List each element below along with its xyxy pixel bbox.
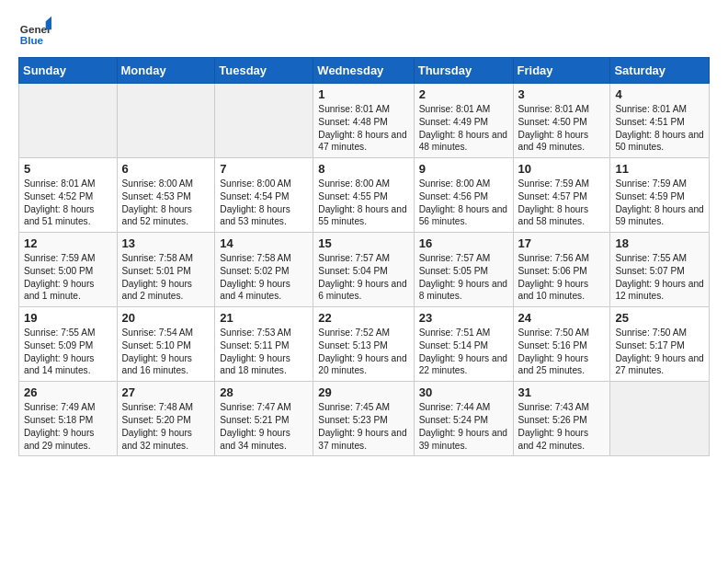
sunrise-label: Sunrise: 7:55 AM	[615, 253, 687, 263]
sunset-label: Sunset: 4:57 PM	[518, 191, 587, 201]
cell-content: Sunrise: 7:53 AMSunset: 5:11 PMDaylight:…	[220, 327, 308, 377]
sunrise-label: Sunrise: 8:00 AM	[419, 178, 491, 189]
day-number: 21	[220, 311, 308, 325]
sunrise-label: Sunrise: 7:59 AM	[615, 178, 687, 189]
sunrise-label: Sunrise: 7:50 AM	[615, 327, 687, 338]
sunrise-label: Sunrise: 7:43 AM	[518, 402, 590, 412]
cell-content: Sunrise: 7:59 AMSunset: 4:59 PMDaylight:…	[615, 178, 704, 228]
day-number: 7	[220, 162, 308, 176]
sunset-label: Sunset: 4:54 PM	[220, 191, 289, 201]
page: General Blue SundayMondayTuesdayWednesda…	[0, 0, 728, 471]
day-number: 5	[24, 162, 112, 176]
cell-content: Sunrise: 7:51 AMSunset: 5:14 PMDaylight:…	[419, 327, 508, 377]
daylight-label: Daylight: 8 hours and 50 minutes.	[615, 130, 703, 153]
sunset-label: Sunset: 5:10 PM	[122, 340, 191, 350]
sunrise-label: Sunrise: 8:00 AM	[318, 178, 390, 189]
cell-content: Sunrise: 7:55 AMSunset: 5:07 PMDaylight:…	[615, 252, 704, 303]
day-number: 9	[419, 162, 508, 176]
day-number: 6	[122, 162, 210, 176]
sunrise-label: Sunrise: 7:54 AM	[122, 327, 194, 338]
sunset-label: Sunset: 4:53 PM	[122, 191, 191, 201]
logo: General Blue	[18, 15, 55, 48]
cell-content: Sunrise: 7:57 AMSunset: 5:05 PMDaylight:…	[419, 252, 508, 303]
day-number: 8	[318, 162, 408, 176]
daylight-label: Daylight: 8 hours and 58 minutes.	[518, 204, 588, 227]
cell-content: Sunrise: 7:47 AMSunset: 5:21 PMDaylight:…	[220, 401, 308, 452]
sunset-label: Sunset: 4:59 PM	[615, 191, 684, 201]
cell-content: Sunrise: 7:49 AMSunset: 5:18 PMDaylight:…	[24, 401, 112, 452]
cell-content: Sunrise: 8:00 AMSunset: 4:55 PMDaylight:…	[318, 178, 408, 228]
calendar-cell: 31Sunrise: 7:43 AMSunset: 5:26 PMDayligh…	[513, 382, 610, 456]
week-row-5: 26Sunrise: 7:49 AMSunset: 5:18 PMDayligh…	[19, 382, 710, 456]
calendar-cell: 23Sunrise: 7:51 AMSunset: 5:14 PMDayligh…	[414, 307, 513, 382]
cell-content: Sunrise: 7:55 AMSunset: 5:09 PMDaylight:…	[24, 327, 112, 377]
sunrise-label: Sunrise: 7:45 AM	[318, 402, 390, 412]
cell-content: Sunrise: 7:59 AMSunset: 4:57 PMDaylight:…	[518, 178, 606, 228]
sunset-label: Sunset: 4:55 PM	[318, 191, 387, 201]
svg-marker-2	[46, 17, 51, 29]
day-number: 18	[615, 236, 704, 250]
day-number: 16	[419, 236, 508, 250]
day-number: 20	[122, 311, 210, 325]
weekday-header-wednesday: Wednesday	[313, 58, 414, 84]
daylight-label: Daylight: 8 hours and 53 minutes.	[220, 204, 290, 227]
day-number: 19	[24, 311, 112, 325]
calendar-cell: 14Sunrise: 7:58 AMSunset: 5:02 PMDayligh…	[215, 233, 313, 307]
day-number: 11	[615, 162, 704, 176]
calendar-cell: 21Sunrise: 7:53 AMSunset: 5:11 PMDayligh…	[215, 307, 313, 382]
daylight-label: Daylight: 8 hours and 59 minutes.	[615, 204, 703, 227]
daylight-label: Daylight: 8 hours and 56 minutes.	[419, 204, 507, 227]
daylight-label: Daylight: 9 hours and 4 minutes.	[220, 279, 290, 302]
daylight-label: Daylight: 9 hours and 8 minutes.	[419, 279, 507, 302]
day-number: 27	[122, 385, 210, 399]
daylight-label: Daylight: 8 hours and 48 minutes.	[419, 130, 507, 153]
sunset-label: Sunset: 5:14 PM	[419, 340, 488, 350]
calendar-cell: 1Sunrise: 8:01 AMSunset: 4:48 PMDaylight…	[313, 84, 414, 158]
daylight-label: Daylight: 8 hours and 52 minutes.	[122, 204, 192, 227]
cell-content: Sunrise: 7:56 AMSunset: 5:06 PMDaylight:…	[518, 252, 606, 303]
calendar-cell: 26Sunrise: 7:49 AMSunset: 5:18 PMDayligh…	[19, 382, 118, 456]
calendar-cell: 19Sunrise: 7:55 AMSunset: 5:09 PMDayligh…	[19, 307, 118, 382]
sunrise-label: Sunrise: 7:44 AM	[419, 402, 491, 412]
calendar-cell: 12Sunrise: 7:59 AMSunset: 5:00 PMDayligh…	[19, 233, 118, 307]
sunrise-label: Sunrise: 7:48 AM	[122, 402, 194, 412]
sunset-label: Sunset: 4:49 PM	[419, 117, 488, 127]
day-number: 31	[518, 385, 606, 399]
sunrise-label: Sunrise: 8:00 AM	[220, 178, 291, 189]
weekday-header-tuesday: Tuesday	[215, 58, 313, 84]
cell-content: Sunrise: 7:50 AMSunset: 5:16 PMDaylight:…	[518, 327, 606, 377]
sunset-label: Sunset: 5:20 PM	[122, 415, 191, 425]
sunrise-label: Sunrise: 8:01 AM	[615, 104, 687, 114]
calendar-cell: 8Sunrise: 8:00 AMSunset: 4:55 PMDaylight…	[313, 158, 414, 233]
sunset-label: Sunset: 4:52 PM	[24, 191, 93, 201]
calendar-cell: 25Sunrise: 7:50 AMSunset: 5:17 PMDayligh…	[610, 307, 710, 382]
day-number: 30	[419, 385, 508, 399]
week-row-3: 12Sunrise: 7:59 AMSunset: 5:00 PMDayligh…	[19, 233, 710, 307]
sunset-label: Sunset: 4:56 PM	[419, 191, 488, 201]
svg-text:Blue: Blue	[20, 34, 44, 46]
sunset-label: Sunset: 5:17 PM	[615, 340, 684, 350]
calendar-cell: 3Sunrise: 8:01 AMSunset: 4:50 PMDaylight…	[513, 84, 610, 158]
calendar-cell: 27Sunrise: 7:48 AMSunset: 5:20 PMDayligh…	[117, 382, 215, 456]
cell-content: Sunrise: 8:01 AMSunset: 4:50 PMDaylight:…	[518, 103, 606, 154]
weekday-header-friday: Friday	[513, 58, 610, 84]
cell-content: Sunrise: 7:59 AMSunset: 5:00 PMDaylight:…	[24, 252, 112, 303]
calendar-cell: 4Sunrise: 8:01 AMSunset: 4:51 PMDaylight…	[610, 84, 710, 158]
sunset-label: Sunset: 4:50 PM	[518, 117, 587, 127]
calendar-cell: 16Sunrise: 7:57 AMSunset: 5:05 PMDayligh…	[414, 233, 513, 307]
calendar-cell	[117, 84, 215, 158]
sunset-label: Sunset: 5:06 PM	[518, 266, 587, 276]
sunrise-label: Sunrise: 7:57 AM	[419, 253, 491, 263]
header: General Blue	[18, 15, 710, 48]
calendar-cell: 13Sunrise: 7:58 AMSunset: 5:01 PMDayligh…	[117, 233, 215, 307]
daylight-label: Daylight: 9 hours and 34 minutes.	[220, 428, 290, 451]
day-number: 24	[518, 311, 606, 325]
sunrise-label: Sunrise: 7:49 AM	[24, 402, 96, 412]
day-number: 2	[419, 87, 508, 101]
calendar-cell	[610, 382, 710, 456]
cell-content: Sunrise: 8:01 AMSunset: 4:52 PMDaylight:…	[24, 178, 112, 228]
daylight-label: Daylight: 9 hours and 32 minutes.	[122, 428, 192, 451]
sunset-label: Sunset: 5:24 PM	[419, 415, 488, 425]
sunset-label: Sunset: 5:05 PM	[419, 266, 488, 276]
calendar-cell: 24Sunrise: 7:50 AMSunset: 5:16 PMDayligh…	[513, 307, 610, 382]
